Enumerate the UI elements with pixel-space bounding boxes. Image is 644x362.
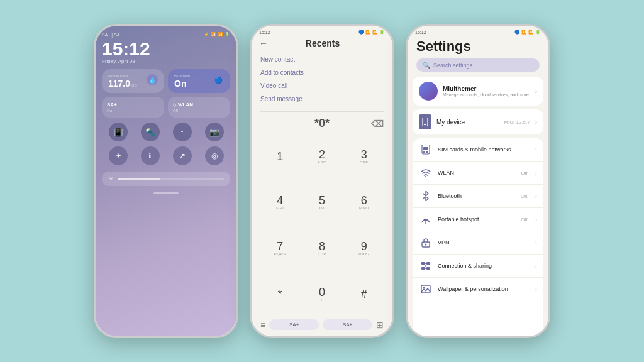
p1-btn-info[interactable]: ℹ xyxy=(141,146,160,165)
p2-key2-alpha: ABC xyxy=(318,160,326,164)
p2-key6-num: 6 xyxy=(361,195,367,206)
p1-icon-row1: 📳 🔦 ↑ 📷 xyxy=(102,123,230,141)
p3-search-bar[interactable]: 🔍 Search settings xyxy=(416,58,540,72)
p2-key-hash[interactable]: # xyxy=(344,272,384,315)
p2-key-3[interactable]: 3 DEF xyxy=(344,135,384,178)
p1-btn-location[interactable]: ↗ xyxy=(173,146,192,165)
p1-status-bar: SA+ | SA+ ⚡ 📶 📶 🔋 xyxy=(102,32,230,37)
p2-sim2-button[interactable]: SA+ xyxy=(323,319,372,330)
p3-vpn-label: VPN xyxy=(438,239,530,246)
p1-tile-bluetooth[interactable]: Bluetooth On 🔵 xyxy=(168,69,230,93)
p2-key-4[interactable]: 4 GHI xyxy=(260,181,300,224)
phone2: 15:12 🔵 📶 📶 🔋 ← Recents New contact Add … xyxy=(250,24,394,338)
p2-key5-num: 5 xyxy=(319,195,325,206)
p1-brightness-control[interactable]: ☀ xyxy=(102,172,230,186)
p2-key-9[interactable]: 9 WXYZ xyxy=(344,227,384,270)
p2-sim1-button[interactable]: SA+ xyxy=(269,319,319,330)
p3-setting-vpn[interactable]: VPN › xyxy=(413,231,543,255)
p2-bottom-bar: ≡ SA+ SA+ ⊞ xyxy=(252,315,392,336)
p3-profile-info: Miuithemer Manage accounts, cloud servic… xyxy=(443,85,530,97)
p3-status-icons: 🔵 📶 📶 🔋 xyxy=(514,30,541,35)
p1-btn-torch[interactable]: 🔦 xyxy=(141,123,160,141)
p1-home-indicator[interactable] xyxy=(153,192,179,194)
p3-avatar xyxy=(419,82,438,101)
p2-key-1[interactable]: 1 xyxy=(260,135,300,178)
p1-wlan-sub: Off xyxy=(173,109,225,112)
p2-key-7[interactable]: 7 PQRS xyxy=(260,227,300,270)
svg-rect-12 xyxy=(426,262,430,265)
svg-rect-13 xyxy=(421,267,425,270)
p1-tile-mobile-unit: GB xyxy=(131,84,137,87)
p2-backspace-button[interactable]: ⌫ xyxy=(371,119,384,129)
p1-btn-screen-record[interactable]: ◎ xyxy=(205,146,224,165)
p1-btn-nfc[interactable]: ↑ xyxy=(173,123,192,141)
p3-setting-hotspot[interactable]: Portable hotspot Off › xyxy=(413,208,543,231)
p1-wlan-label: WLAN xyxy=(178,102,193,107)
p2-key0-num: 0 xyxy=(319,287,325,298)
p3-connection-label: Connection & sharing xyxy=(438,263,530,269)
p3-setting-wlan[interactable]: WLAN Off › xyxy=(413,162,543,185)
p3-hotspot-value: Off xyxy=(521,217,528,222)
p3-wlan-value: Off xyxy=(521,170,528,176)
p3-device-label: My device xyxy=(436,119,499,126)
p1-carrier: SA+ | SA+ xyxy=(102,33,123,37)
p3-setting-connection[interactable]: Connection & sharing › xyxy=(413,255,543,278)
p3-sim-label: SIM cards & mobile networks xyxy=(438,146,530,153)
p2-action-send-message[interactable]: Send message xyxy=(260,94,384,104)
p3-hotspot-chevron: › xyxy=(535,216,537,223)
p2-key-0[interactable]: 0 + xyxy=(303,272,342,315)
p3-connection-icon xyxy=(419,259,433,273)
p2-key-star[interactable]: * xyxy=(260,272,300,315)
p3-wallpaper-icon xyxy=(419,282,433,296)
p2-key-2[interactable]: 2 ABC xyxy=(303,135,342,178)
phone3-screen: 15:12 🔵 📶 📶 🔋 Settings 🔍 Search settings… xyxy=(408,26,548,336)
p2-menu-icon[interactable]: ≡ xyxy=(260,320,265,330)
p2-dial-number: *0* xyxy=(314,117,330,129)
p3-sim-chevron: › xyxy=(535,146,537,153)
p2-key4-alpha: GHI xyxy=(276,206,284,210)
p2-divider xyxy=(260,111,384,112)
p2-key-5[interactable]: 5 JKL xyxy=(303,181,342,224)
p1-bt-icon: 🔵 xyxy=(213,74,224,85)
p2-dialpad-icon[interactable]: ⊞ xyxy=(376,320,384,330)
phone3: 15:12 🔵 📶 📶 🔋 Settings 🔍 Search settings… xyxy=(406,24,550,338)
p1-btn-camera[interactable]: 📷 xyxy=(205,123,224,141)
p3-device-row[interactable]: My device MIUI 12.5.7 › xyxy=(413,109,543,134)
p3-device-version: MIUI 12.5.7 xyxy=(504,119,530,125)
p3-bluetooth-value: On xyxy=(521,194,528,199)
p3-profile-sub: Manage accounts, cloud services, and mor… xyxy=(443,92,530,97)
p3-search-icon: 🔍 xyxy=(423,62,430,69)
p2-action-new-contact[interactable]: New contact xyxy=(260,55,384,64)
p2-key4-num: 4 xyxy=(277,195,283,206)
p2-action-add-contacts[interactable]: Add to contacts xyxy=(260,68,384,77)
p2-dial-display: *0* ⌫ xyxy=(252,117,392,130)
p2-key2-num: 2 xyxy=(319,149,325,160)
p1-btn-vibrate[interactable]: 📳 xyxy=(109,123,128,141)
p1-brightness-bar[interactable] xyxy=(118,178,224,180)
p3-wlan-chevron: › xyxy=(535,170,537,177)
p3-profile-section[interactable]: Miuithemer Manage accounts, cloud servic… xyxy=(413,77,543,106)
p1-time: 15:12 xyxy=(102,40,230,58)
p1-tile-wlan[interactable]: ◇ WLAN Off xyxy=(168,97,230,118)
p3-profile-name: Miuithemer xyxy=(443,85,530,92)
p2-back-button[interactable]: ← xyxy=(259,38,268,48)
phone2-screen: 15:12 🔵 📶 📶 🔋 ← Recents New contact Add … xyxy=(252,26,392,336)
svg-rect-5 xyxy=(426,151,428,153)
p3-bluetooth-icon xyxy=(419,189,433,203)
p3-setting-bluetooth[interactable]: Bluetooth On › xyxy=(413,185,543,208)
p1-tile-sa[interactable]: SA+ On xyxy=(102,97,164,118)
p3-device-icon xyxy=(419,114,431,129)
p1-brightness-icon: ☀ xyxy=(108,175,114,182)
p2-key-8[interactable]: 8 TUV xyxy=(303,227,342,270)
p2-key-6[interactable]: 6 MNO xyxy=(344,181,384,224)
svg-point-10 xyxy=(425,244,427,246)
p1-tile-mobile-data[interactable]: Mobile data 117.0 GB 💧 xyxy=(102,69,164,93)
p1-btn-airplane[interactable]: ✈ xyxy=(109,146,128,165)
svg-point-8 xyxy=(425,219,426,221)
p2-action-video-call[interactable]: Video call xyxy=(260,81,384,90)
p3-setting-wallpaper[interactable]: Wallpaper & personalization › xyxy=(413,278,543,300)
p1-wlan-icon: ◇ xyxy=(173,102,176,107)
p2-key8-alpha: TUV xyxy=(318,252,326,256)
p3-setting-sim[interactable]: SIM cards & mobile networks › xyxy=(413,138,543,162)
p3-time: 15:12 xyxy=(415,30,426,35)
